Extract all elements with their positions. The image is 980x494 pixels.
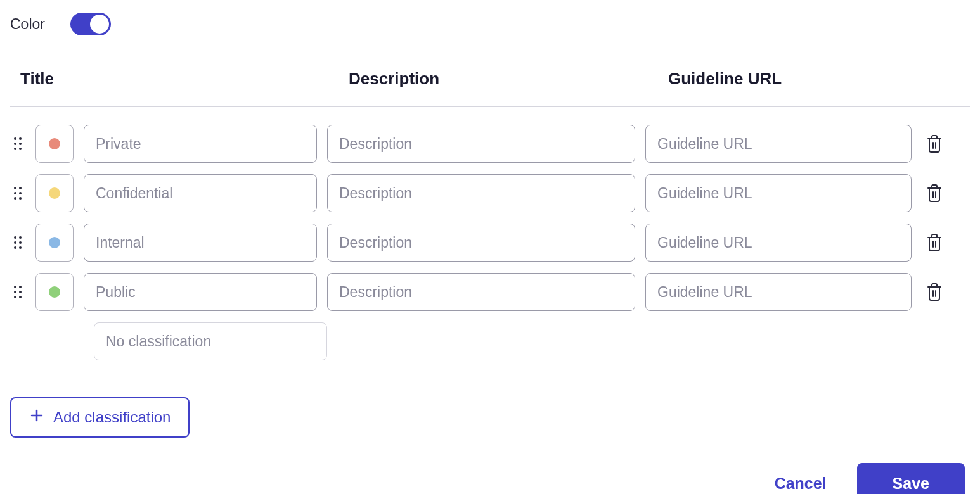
color-dot-icon — [49, 286, 60, 298]
color-swatch[interactable] — [35, 224, 74, 262]
svg-point-18 — [14, 241, 16, 244]
svg-point-10 — [14, 192, 16, 194]
svg-point-24 — [14, 286, 16, 288]
trash-icon — [925, 183, 943, 203]
svg-point-21 — [19, 246, 22, 249]
svg-point-27 — [19, 291, 22, 293]
add-classification-button[interactable]: Add classification — [10, 397, 190, 438]
delete-row-button[interactable] — [922, 230, 947, 255]
title-input[interactable] — [84, 174, 317, 212]
svg-point-16 — [14, 236, 16, 239]
svg-point-11 — [19, 192, 22, 194]
classification-row — [10, 224, 970, 262]
plus-icon — [29, 408, 44, 427]
svg-point-0 — [14, 137, 16, 140]
svg-point-4 — [14, 148, 16, 150]
svg-point-17 — [19, 236, 22, 239]
title-input[interactable] — [84, 125, 317, 163]
guideline-url-input[interactable] — [645, 174, 912, 212]
svg-point-9 — [19, 187, 22, 189]
color-dot-icon — [49, 187, 60, 199]
header-guideline-url: Guideline URL — [668, 69, 970, 89]
trash-icon — [925, 282, 943, 302]
svg-point-8 — [14, 187, 16, 189]
description-input[interactable] — [327, 174, 635, 212]
drag-handle-icon[interactable] — [10, 137, 25, 151]
guideline-url-input[interactable] — [645, 125, 912, 163]
no-classification-input[interactable] — [94, 322, 327, 360]
color-toggle[interactable] — [70, 13, 111, 35]
description-input[interactable] — [327, 125, 635, 163]
color-swatch[interactable] — [35, 125, 74, 163]
drag-handle-icon[interactable] — [10, 285, 25, 299]
svg-point-5 — [19, 148, 22, 150]
delete-row-button[interactable] — [922, 180, 947, 206]
title-input[interactable] — [84, 224, 317, 262]
color-swatch[interactable] — [35, 174, 74, 212]
toggle-knob — [90, 15, 109, 34]
drag-handle-icon[interactable] — [10, 186, 25, 200]
trash-icon — [925, 134, 943, 154]
description-input[interactable] — [327, 273, 635, 311]
description-input[interactable] — [327, 224, 635, 262]
svg-point-26 — [14, 291, 16, 293]
add-classification-label: Add classification — [53, 408, 171, 426]
color-dot-icon — [49, 138, 60, 149]
svg-point-25 — [19, 286, 22, 288]
classification-row — [10, 174, 970, 212]
cancel-button[interactable]: Cancel — [775, 474, 827, 493]
delete-row-button[interactable] — [922, 131, 947, 156]
trash-icon — [925, 232, 943, 253]
svg-point-19 — [19, 241, 22, 244]
svg-point-13 — [19, 197, 22, 200]
svg-point-28 — [14, 296, 16, 298]
svg-point-29 — [19, 296, 22, 298]
guideline-url-input[interactable] — [645, 224, 912, 262]
classification-row — [10, 125, 970, 163]
color-swatch[interactable] — [35, 273, 74, 311]
title-input[interactable] — [84, 273, 317, 311]
header-description: Description — [349, 69, 668, 89]
svg-point-1 — [19, 137, 22, 140]
delete-row-button[interactable] — [922, 279, 947, 305]
svg-point-3 — [19, 142, 22, 145]
save-button[interactable]: Save — [857, 463, 965, 494]
classification-row — [10, 273, 970, 311]
svg-point-12 — [14, 197, 16, 200]
header-title: Title — [20, 69, 349, 89]
guideline-url-input[interactable] — [645, 273, 912, 311]
svg-point-20 — [14, 246, 16, 249]
svg-point-2 — [14, 142, 16, 145]
color-dot-icon — [49, 237, 60, 248]
color-toggle-label: Color — [10, 16, 45, 33]
drag-handle-icon[interactable] — [10, 236, 25, 250]
